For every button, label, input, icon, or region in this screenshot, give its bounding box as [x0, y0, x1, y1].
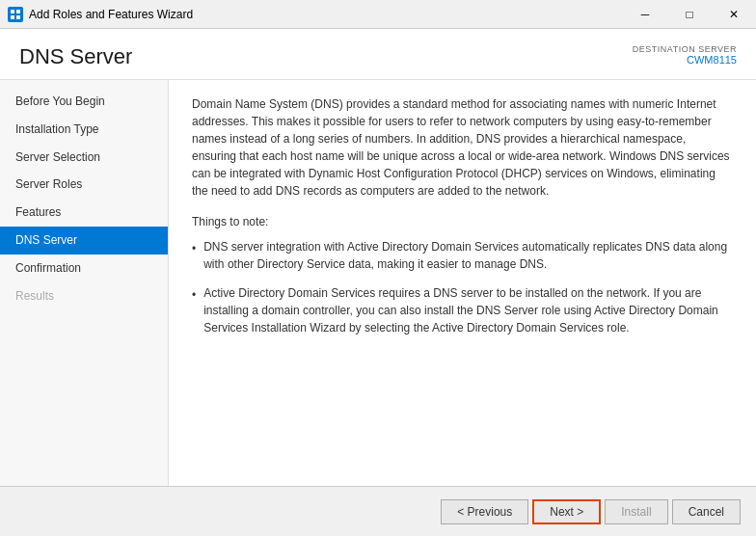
- close-button[interactable]: ✕: [712, 0, 756, 29]
- sidebar-item-results: Results: [0, 282, 168, 310]
- bullet-text-2: Active Directory Domain Services require…: [203, 284, 733, 336]
- sidebar-item-server-roles[interactable]: Server Roles: [0, 171, 168, 199]
- destination-server-name: CWM8115: [633, 54, 737, 66]
- cancel-button[interactable]: Cancel: [672, 499, 741, 524]
- footer: < Previous Next > Install Cancel: [0, 486, 756, 536]
- maximize-button[interactable]: □: [667, 0, 712, 29]
- minimize-button[interactable]: ─: [623, 0, 667, 29]
- intro-text: Domain Name System (DNS) provides a stan…: [192, 95, 733, 200]
- title-bar: Add Roles and Features Wizard ─ □ ✕: [0, 0, 756, 29]
- bullet-icon: •: [192, 286, 196, 336]
- content-area: Before You Begin Installation Type Serve…: [0, 80, 756, 486]
- page-header: DNS Server DESTINATION SERVER CWM8115: [0, 29, 756, 80]
- title-bar-left: Add Roles and Features Wizard: [8, 7, 193, 22]
- bullet-icon: •: [192, 240, 196, 273]
- svg-rect-2: [11, 15, 14, 19]
- destination-server-info: DESTINATION SERVER CWM8115: [633, 44, 737, 66]
- sidebar-item-before-you-begin[interactable]: Before You Begin: [0, 88, 168, 116]
- bullet-text-1: DNS server integration with Active Direc…: [203, 238, 733, 273]
- sidebar: Before You Begin Installation Type Serve…: [0, 80, 169, 486]
- app-icon: [8, 7, 23, 22]
- title-bar-controls: ─ □ ✕: [623, 0, 756, 29]
- page-title: DNS Server: [19, 44, 132, 69]
- things-to-note-label: Things to note:: [192, 215, 733, 228]
- main-content: Domain Name System (DNS) provides a stan…: [169, 80, 756, 486]
- sidebar-item-server-selection[interactable]: Server Selection: [0, 144, 168, 172]
- sidebar-item-installation-type[interactable]: Installation Type: [0, 116, 168, 144]
- main-window: DNS Server DESTINATION SERVER CWM8115 Be…: [0, 29, 756, 536]
- list-item: • DNS server integration with Active Dir…: [192, 238, 733, 273]
- destination-server-label: DESTINATION SERVER: [633, 44, 737, 54]
- svg-rect-0: [11, 10, 14, 13]
- install-button[interactable]: Install: [605, 499, 667, 524]
- next-button[interactable]: Next >: [532, 499, 601, 524]
- window-title: Add Roles and Features Wizard: [29, 8, 193, 21]
- list-item: • Active Directory Domain Services requi…: [192, 284, 733, 336]
- sidebar-item-confirmation[interactable]: Confirmation: [0, 255, 168, 282]
- sidebar-item-dns-server[interactable]: DNS Server: [0, 227, 168, 255]
- sidebar-item-features[interactable]: Features: [0, 199, 168, 227]
- svg-rect-3: [16, 15, 20, 19]
- bullet-list: • DNS server integration with Active Dir…: [192, 238, 733, 336]
- previous-button[interactable]: < Previous: [441, 499, 528, 524]
- svg-rect-1: [16, 10, 20, 13]
